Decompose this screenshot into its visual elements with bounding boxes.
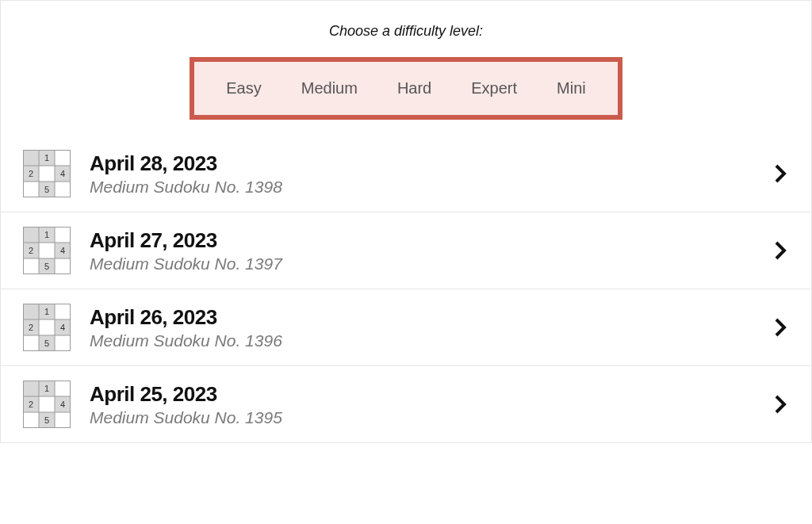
chevron-right-icon bbox=[773, 393, 789, 415]
chevron-right-icon bbox=[773, 316, 789, 338]
svg-text:1: 1 bbox=[44, 153, 49, 163]
svg-text:5: 5 bbox=[44, 338, 49, 348]
difficulty-medium[interactable]: Medium bbox=[301, 79, 358, 98]
puzzle-row[interactable]: 1245April 27, 2023Medium Sudoku No. 1397 bbox=[1, 212, 811, 289]
sudoku-grid-icon: 1245 bbox=[23, 227, 71, 274]
puzzle-subtitle: Medium Sudoku No. 1395 bbox=[90, 408, 773, 427]
sudoku-grid-icon: 1245 bbox=[23, 150, 71, 197]
svg-text:4: 4 bbox=[60, 323, 65, 332]
difficulty-easy[interactable]: Easy bbox=[226, 79, 261, 98]
svg-text:5: 5 bbox=[44, 185, 49, 194]
puzzle-date: April 27, 2023 bbox=[90, 228, 773, 253]
svg-text:5: 5 bbox=[44, 415, 49, 425]
svg-text:1: 1 bbox=[44, 230, 49, 239]
svg-text:4: 4 bbox=[60, 246, 65, 255]
puzzle-subtitle: Medium Sudoku No. 1398 bbox=[90, 178, 773, 197]
difficulty-expert[interactable]: Expert bbox=[471, 79, 517, 98]
sudoku-grid-icon: 1245 bbox=[23, 304, 71, 351]
puzzle-subtitle: Medium Sudoku No. 1396 bbox=[90, 331, 773, 350]
chevron-right-icon bbox=[773, 239, 789, 262]
puzzle-row[interactable]: 1245April 25, 2023Medium Sudoku No. 1395 bbox=[1, 365, 811, 442]
sudoku-grid-icon: 1245 bbox=[23, 381, 71, 428]
puzzle-date: April 26, 2023 bbox=[90, 305, 773, 330]
puzzle-date: April 28, 2023 bbox=[90, 151, 773, 176]
chevron-right-icon bbox=[773, 163, 789, 185]
difficulty-hard[interactable]: Hard bbox=[397, 79, 431, 98]
svg-text:1: 1 bbox=[44, 307, 49, 316]
svg-text:2: 2 bbox=[29, 323, 33, 332]
svg-text:4: 4 bbox=[60, 400, 65, 409]
difficulty-tabs: Easy Medium Hard Expert Mini bbox=[190, 57, 622, 120]
svg-text:1: 1 bbox=[44, 384, 49, 393]
puzzle-row[interactable]: 1245April 26, 2023Medium Sudoku No. 1396 bbox=[1, 289, 811, 365]
puzzle-row[interactable]: 1245April 28, 2023Medium Sudoku No. 1398 bbox=[1, 136, 811, 212]
page-container: Choose a difficulty level: Easy Medium H… bbox=[0, 0, 812, 443]
difficulty-bar-wrap: Easy Medium Hard Expert Mini bbox=[1, 57, 811, 120]
puzzle-date: April 25, 2023 bbox=[90, 382, 773, 407]
svg-text:5: 5 bbox=[44, 262, 49, 271]
svg-rect-37 bbox=[23, 304, 39, 319]
svg-text:2: 2 bbox=[29, 246, 33, 255]
puzzle-row-text: April 28, 2023Medium Sudoku No. 1398 bbox=[90, 151, 773, 197]
svg-text:2: 2 bbox=[29, 400, 33, 409]
svg-rect-55 bbox=[23, 381, 39, 396]
puzzle-row-text: April 27, 2023Medium Sudoku No. 1397 bbox=[90, 228, 773, 273]
puzzle-subtitle: Medium Sudoku No. 1397 bbox=[90, 254, 773, 273]
svg-rect-1 bbox=[23, 150, 39, 166]
puzzle-row-text: April 25, 2023Medium Sudoku No. 1395 bbox=[90, 382, 773, 427]
difficulty-mini[interactable]: Mini bbox=[557, 79, 586, 98]
choose-difficulty-prompt: Choose a difficulty level: bbox=[1, 1, 811, 57]
svg-text:2: 2 bbox=[29, 169, 33, 178]
svg-text:4: 4 bbox=[60, 169, 65, 178]
svg-rect-19 bbox=[23, 227, 39, 243]
puzzle-row-text: April 26, 2023Medium Sudoku No. 1396 bbox=[90, 305, 773, 350]
